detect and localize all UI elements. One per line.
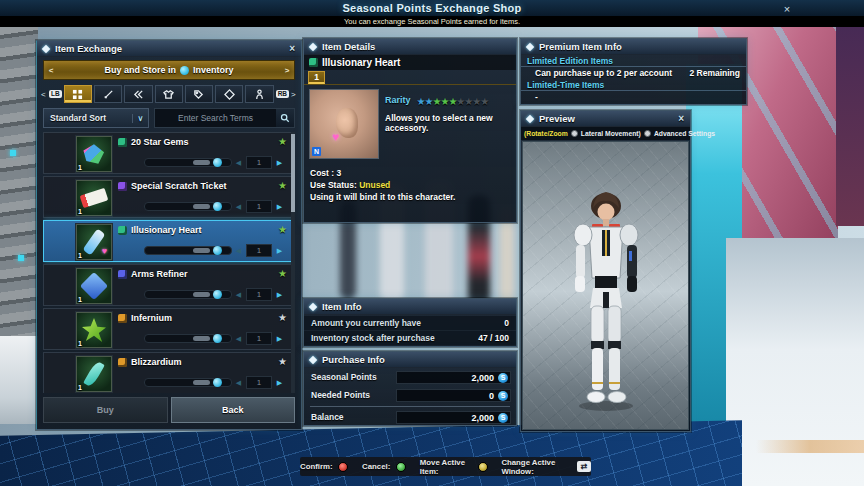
tab-all-items[interactable] bbox=[64, 85, 92, 103]
tab-materials[interactable] bbox=[215, 85, 243, 103]
preview-controls-hint: (Rotate/Zoom Lateral Movement) Advanced … bbox=[521, 127, 690, 140]
detail-item-name: Illusionary Heart bbox=[322, 57, 400, 68]
item-name: Blizzardium bbox=[131, 357, 182, 367]
decrease-quantity-icon[interactable]: ◀ bbox=[232, 379, 245, 387]
character-preview-viewport[interactable] bbox=[522, 141, 689, 430]
cancel-label: Cancel: bbox=[362, 462, 390, 471]
item-type-icon bbox=[118, 182, 127, 191]
list-item[interactable]: 1 Arms Refiner ★ ◀ 1 ▶ bbox=[43, 264, 295, 306]
advanced-settings-label[interactable]: Advanced Settings bbox=[654, 130, 715, 137]
list-item[interactable]: 1 Blizzardium ★ ◀ 1 ▶ bbox=[43, 352, 295, 393]
stack-count: 1 bbox=[78, 340, 82, 347]
decrease-quantity-icon[interactable]: ◀ bbox=[232, 291, 245, 299]
item-thumbnail: 1 bbox=[76, 136, 112, 172]
rarity-star-icon: ★ bbox=[278, 312, 287, 323]
move-item-button-icon bbox=[478, 462, 488, 472]
mode-prev-icon[interactable]: < bbox=[44, 66, 58, 75]
rarity-star-icon: ★ bbox=[278, 136, 287, 147]
quantity-slider[interactable] bbox=[144, 158, 232, 167]
increase-quantity-icon[interactable]: ▶ bbox=[273, 379, 286, 387]
list-item[interactable]: 1 20 Star Gems ★ ◀ 1 ▶ bbox=[43, 132, 295, 174]
decrease-quantity-icon[interactable]: ◀ bbox=[232, 247, 245, 255]
mouse-right-icon bbox=[644, 130, 651, 137]
decrease-quantity-icon[interactable]: ◀ bbox=[232, 203, 245, 211]
buy-button[interactable]: Buy bbox=[43, 397, 168, 423]
item-type-icon bbox=[118, 138, 127, 147]
tab-back-page[interactable] bbox=[124, 85, 152, 103]
list-item[interactable]: 1 Infernium ★ ◀ 1 ▶ bbox=[43, 308, 295, 350]
item-details-title: Item Details bbox=[322, 41, 375, 52]
shop-subtitle: You can exchange Seasonal Points earned … bbox=[0, 17, 864, 26]
list-scrollbar[interactable] bbox=[291, 132, 295, 393]
tab-mannequin[interactable] bbox=[245, 85, 273, 103]
inventory-label: Inventory bbox=[193, 65, 234, 75]
quantity-slider[interactable] bbox=[144, 378, 232, 387]
decrease-quantity-icon[interactable]: ◀ bbox=[232, 335, 245, 343]
rarity-star-icon: ★ bbox=[278, 356, 287, 367]
quantity-slider[interactable] bbox=[144, 334, 232, 343]
background-structure-dark bbox=[836, 26, 864, 226]
item-name: Illusionary Heart bbox=[131, 225, 202, 235]
quantity-value: 1 bbox=[246, 244, 272, 257]
rarity-star-icon: ★ bbox=[278, 268, 287, 279]
increase-quantity-icon[interactable]: ▶ bbox=[273, 291, 286, 299]
stack-count: 1 bbox=[78, 164, 82, 171]
use-status-label: Use Status: bbox=[310, 180, 357, 190]
list-item[interactable]: 1 Special Scratch Ticket ★ ◀ 1 ▶ bbox=[43, 176, 295, 218]
close-icon[interactable]: × bbox=[678, 114, 684, 124]
decrease-quantity-icon[interactable]: ◀ bbox=[232, 159, 245, 167]
tab-fashion[interactable] bbox=[155, 85, 183, 103]
increase-quantity-icon[interactable]: ▶ bbox=[273, 159, 286, 167]
move-item-label: Move Active Item: bbox=[420, 458, 472, 476]
mode-next-icon[interactable]: > bbox=[280, 66, 294, 75]
use-status-value: Unused bbox=[359, 180, 390, 190]
diamond-icon bbox=[42, 44, 50, 52]
item-list: 1 20 Star Gems ★ ◀ 1 ▶ 1 S bbox=[43, 132, 295, 393]
shop-close-icon[interactable]: × bbox=[780, 3, 794, 16]
increase-quantity-icon[interactable]: ▶ bbox=[273, 247, 286, 255]
sort-dropdown[interactable]: Standard Sort ∨ bbox=[43, 108, 149, 128]
divider bbox=[310, 406, 510, 407]
item-details-panel: Item Details Illusionary Heart 1 ♥ N Rar… bbox=[303, 38, 517, 223]
inventory-icon bbox=[180, 66, 189, 75]
item-thumbnail: 1 bbox=[76, 312, 112, 348]
slot-tab-1[interactable]: 1 bbox=[308, 71, 325, 84]
rotate-zoom-label: (Rotate/Zoom bbox=[524, 130, 568, 137]
list-item-selected[interactable]: ♥ 1 Illusionary Heart ★ ◀ 1 ▶ bbox=[43, 220, 295, 262]
mode-label: Buy and Store in bbox=[104, 65, 176, 75]
item-preview-image: ♥ N bbox=[309, 89, 379, 159]
sort-label: Standard Sort bbox=[50, 113, 106, 123]
seasonal-points-value: 2,000 bbox=[471, 373, 494, 383]
quantity-slider[interactable] bbox=[144, 202, 232, 211]
limited-edition-heading: Limited Edition Items bbox=[521, 55, 746, 67]
lateral-movement-label: Lateral Movement) bbox=[581, 130, 641, 137]
search-icon[interactable] bbox=[276, 109, 294, 127]
quantity-slider[interactable] bbox=[144, 246, 232, 255]
game-screen: Seasonal Points Exchange Shop You can ex… bbox=[0, 0, 864, 486]
background-floor-edge bbox=[0, 336, 38, 424]
premium-item-info-panel: Premium Item Info Limited Edition Items … bbox=[520, 38, 747, 105]
tabs-prev-icon[interactable]: < bbox=[41, 90, 47, 99]
scrollbar-thumb[interactable] bbox=[291, 134, 295, 212]
increase-quantity-icon[interactable]: ▶ bbox=[273, 335, 286, 343]
arms-refiner-art bbox=[80, 272, 108, 300]
bind-note: Using it will bind it to this character. bbox=[310, 191, 510, 203]
back-button[interactable]: Back bbox=[171, 397, 296, 423]
close-icon[interactable]: × bbox=[289, 44, 295, 54]
amount-label: Amount you currently have bbox=[311, 318, 421, 328]
scene-light bbox=[18, 255, 24, 261]
quantity-slider[interactable] bbox=[144, 290, 232, 299]
amount-value: 0 bbox=[504, 318, 509, 328]
search-input[interactable] bbox=[155, 113, 276, 123]
ngs-badge: N bbox=[312, 147, 321, 156]
tab-weapons[interactable] bbox=[94, 85, 122, 103]
increase-quantity-icon[interactable]: ▶ bbox=[273, 203, 286, 211]
stack-count: 1 bbox=[78, 384, 82, 391]
item-info-title: Item Info bbox=[322, 301, 362, 312]
tab-tag[interactable] bbox=[185, 85, 213, 103]
tabs-next-icon[interactable]: > bbox=[291, 90, 297, 99]
change-window-key-icon: ⇄ bbox=[577, 461, 591, 472]
item-name: Arms Refiner bbox=[131, 269, 188, 279]
controls-hint-bar: Confirm: Cancel: Move Active Item: Chang… bbox=[300, 457, 591, 476]
shop-title: Seasonal Points Exchange Shop bbox=[0, 2, 864, 14]
